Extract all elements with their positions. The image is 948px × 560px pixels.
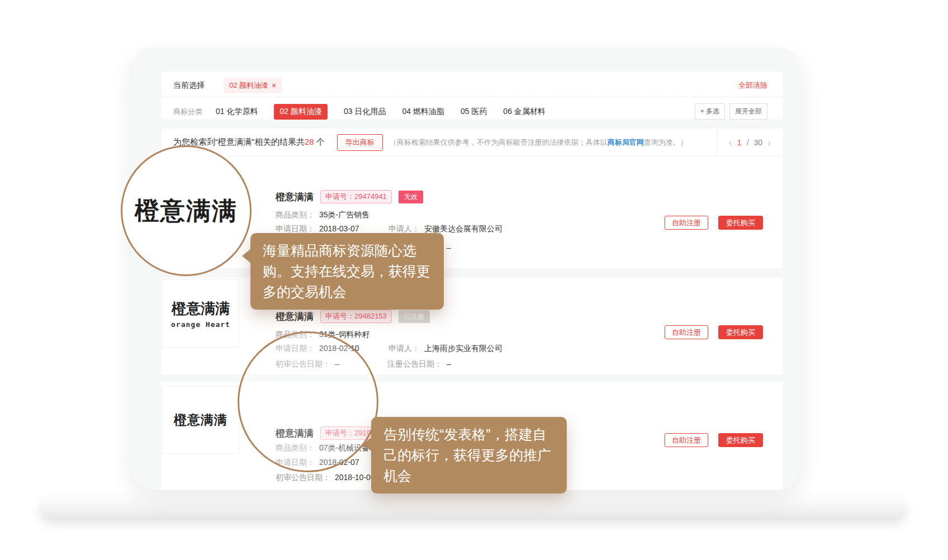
category-item-05[interactable]: 05 医药 (461, 107, 487, 117)
expand-all-button[interactable]: 展开全部 (729, 103, 767, 120)
selected-filter-chip[interactable]: 02 颜料油漆 × (224, 78, 282, 93)
next-page-icon[interactable]: › (767, 137, 771, 148)
prev-page-icon[interactable]: ‹ (729, 137, 732, 148)
summary-suffix: 个 (314, 137, 325, 146)
apply-date-label: 申请日期： (276, 224, 315, 233)
results-header: 为您检索到“橙意满满”相关的结果共28 个 导出商标 （商标检索结果仅供参考，不… (162, 129, 783, 156)
application-number-label: 申请号： (325, 192, 354, 201)
self-register-button[interactable]: 自助注册 (665, 325, 708, 339)
selected-filter-chip-label: 02 颜料油漆 (229, 80, 268, 91)
page-separator: / (747, 138, 749, 147)
application-number-label: 申请号： (325, 312, 354, 320)
clear-all-button[interactable]: 全部清除 (738, 80, 767, 91)
application-number-tag: 申请号：29474941 (320, 190, 392, 203)
trademark-image-subtext: orange Heart (171, 320, 230, 329)
self-register-button[interactable]: 自助注册 (665, 216, 708, 230)
trademark-image-2: 橙意满满 orange Heart (162, 279, 239, 348)
disclaimer-text: （商标检索结果仅供参考，不作为商标能否注册的法律依据；具体以商标局官网查询为准。… (390, 137, 688, 148)
applicant-value: 安徽美达会展有限公司 (424, 224, 503, 233)
filter-panel: 当前选择 02 颜料油漆 × 全部清除 商标分类 01 化学原料 02 颜料油漆… (162, 72, 783, 119)
reg-announce-label: 注册公告日期： (387, 359, 442, 368)
tooltip-promotion: 告别传统“发表格”，搭建自己的标行，获得更多的推广机会 (371, 417, 567, 493)
self-register-button[interactable]: 自助注册 (665, 433, 708, 447)
applicant-label: 申请人： (388, 224, 420, 233)
tooltip-text: 告别传统“发表格”，搭建自己的标行，获得更多的推广机会 (383, 426, 551, 483)
export-trademarks-button[interactable]: 导出商标 (337, 134, 383, 151)
reg-announce-value: – (447, 243, 451, 252)
entrust-purchase-button[interactable]: 委托购买 (718, 216, 763, 230)
laptop-base (40, 496, 906, 518)
results-count: 28 (305, 137, 314, 146)
remove-filter-icon[interactable]: × (272, 82, 276, 89)
applicant-value: 上海雨步实业有限公司 (424, 344, 503, 353)
current-page: 1 (737, 138, 742, 147)
entrust-purchase-button[interactable]: 委托购买 (718, 433, 763, 447)
trademark-name: 橙意满满 (276, 191, 314, 203)
total-pages: 30 (754, 138, 763, 147)
category-filter-label: 商标分类 (173, 107, 202, 117)
status-badge-registered: 已注册 (399, 310, 430, 323)
category-line: 商品类别：35类-广告销售 (276, 210, 633, 220)
tooltip-arrow-left-icon (363, 437, 372, 452)
category-value: 35类-广告销售 (319, 210, 369, 219)
disclaimer-suffix: 查询为准。） (644, 138, 688, 146)
magnifier-circle-1: 橙意满满 (121, 145, 252, 276)
category-item-01[interactable]: 01 化学原料 (216, 107, 258, 117)
first-announce-label: 初审公告日期： (276, 473, 330, 482)
entrust-purchase-button[interactable]: 委托购买 (718, 325, 763, 339)
trademark-image-text: 橙意满满 (172, 299, 230, 319)
trademark-image-text: 橙意满满 (174, 411, 227, 429)
applicant-label: 申请人： (388, 344, 420, 353)
tooltip-arrow-left-icon (242, 249, 251, 263)
multi-select-button[interactable]: + 多选 (695, 103, 725, 120)
application-number-tag: 申请号：29482153 (320, 310, 392, 323)
category-item-06[interactable]: 06 金属材料 (503, 107, 545, 117)
category-item-02-selected[interactable]: 02 颜料油漆 (274, 104, 327, 120)
category-item-04[interactable]: 04 燃料油脂 (402, 107, 444, 117)
status-badge-invalid: 无效 (399, 191, 423, 203)
apply-date-value: 2018-03-07 (319, 224, 359, 233)
pagination: ‹ 1 / 30 › (717, 129, 783, 156)
category-item-03[interactable]: 03 日化用品 (344, 107, 386, 117)
magnified-trademark-text: 橙意满满 (135, 194, 238, 227)
laptop-mockup: 当前选择 02 颜料油漆 × 全部清除 商标分类 01 化学原料 02 颜料油漆… (0, 0, 948, 560)
trademark-name: 橙意满满 (276, 310, 314, 323)
first-announce-value: 2018-10-06 (335, 473, 375, 482)
application-number-value: 29482153 (354, 312, 387, 320)
current-selection-label: 当前选择 (173, 80, 205, 91)
reg-announce-value: – (447, 359, 451, 368)
category-label: 商品类别： (276, 210, 315, 219)
tooltip-text: 海量精品商标资源随心选购。支持在线交易，获得更多的交易机会 (263, 243, 430, 300)
trademark-office-link[interactable]: 商标局官网 (608, 138, 644, 146)
magnifier-circle-2 (238, 331, 378, 472)
disclaimer-prefix: （商标检索结果仅供参考，不作为商标能否注册的法律依据；具体以 (390, 138, 608, 146)
trademark-image-3: 橙意满满 (162, 386, 239, 454)
summary-prefix: 为您检索到“橙意满满”相关的结果共 (173, 137, 305, 146)
tooltip-marketplace: 海量精品商标资源随心选购。支持在线交易，获得更多的交易机会 (250, 233, 444, 310)
application-number-value: 29474941 (354, 192, 387, 201)
